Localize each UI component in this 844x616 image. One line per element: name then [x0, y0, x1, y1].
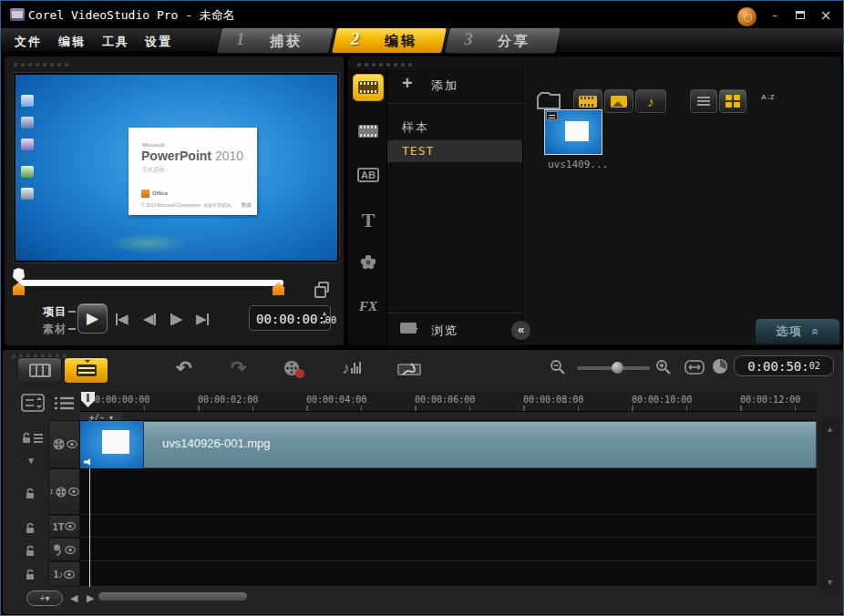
collapse-nav-button[interactable]: «	[511, 321, 530, 340]
tab-capture-label: 捕获	[270, 33, 303, 50]
corel-guide-icon[interactable]	[737, 7, 757, 26]
ruler-label: 00:00:02:00	[198, 395, 258, 405]
tab-capture[interactable]: 1 捕获	[220, 28, 331, 53]
category-filter-button[interactable]: FX	[354, 293, 383, 319]
timeline-video-clip[interactable]: uvs140926-001.mpg	[80, 421, 817, 468]
clip-thumbnail-image	[102, 430, 129, 454]
timeline-horizontal-scrollbar[interactable]	[98, 592, 247, 601]
zoom-slider-handle[interactable]	[612, 362, 623, 374]
desktop-wallpaper-glow	[107, 233, 189, 253]
undo-button[interactable]: ↶	[176, 357, 192, 379]
scroll-up-arrow[interactable]: ▲	[826, 425, 834, 434]
maximize-button[interactable]	[790, 8, 810, 23]
overlay-track-row[interactable]	[80, 468, 817, 515]
record-capture-button[interactable]	[282, 359, 307, 385]
timeline-zoom-slider[interactable]	[577, 366, 650, 370]
zoom-out-button[interactable]	[550, 359, 566, 379]
voice-track-lock-icon[interactable]	[25, 545, 36, 557]
video-track-header[interactable]	[48, 420, 80, 468]
zoom-in-button[interactable]	[655, 359, 672, 379]
music-track-lock-icon[interactable]	[25, 569, 36, 580]
menu-settings[interactable]: 设置	[145, 34, 172, 50]
category-instant-project-button[interactable]	[354, 118, 383, 144]
tab-share-number: 3	[464, 29, 473, 49]
track-manager-icon[interactable]	[21, 394, 45, 412]
scrubber-track[interactable]	[19, 280, 283, 286]
play-button[interactable]: ▶	[77, 303, 108, 334]
category-title-button[interactable]: T	[354, 208, 383, 233]
ruler-label: 00:00:06:00	[415, 395, 475, 405]
auto-music-button[interactable]	[396, 360, 422, 382]
list-view-icon	[697, 97, 710, 106]
timecode-frames: 00	[325, 315, 336, 325]
sort-button[interactable]: A↓Z	[761, 93, 777, 109]
project-duration-button[interactable]	[712, 358, 728, 378]
music-track-icon: 1♪	[54, 570, 64, 580]
menu-edit[interactable]: 编辑	[58, 34, 86, 50]
transition-ab-icon: AB	[357, 168, 379, 182]
import-folder-icon[interactable]	[537, 91, 561, 109]
project-mode-label[interactable]: 项目	[43, 304, 67, 320]
next-frame-button[interactable]: ▶	[170, 310, 183, 328]
filter-audio-button[interactable]: ♪	[635, 89, 666, 113]
timecode-down-arrow[interactable]: ▼	[323, 320, 326, 326]
preview-timecode[interactable]: 00:00:00:00 ▲ ▼	[249, 305, 331, 331]
tab-edit[interactable]: 2 编辑	[335, 28, 444, 53]
storyboard-view-button[interactable]	[17, 357, 62, 384]
clip-mode-label[interactable]: 素材	[43, 322, 67, 337]
tab-share[interactable]: 3 分享	[448, 28, 558, 53]
go-to-start-button[interactable]: ◀	[116, 310, 129, 328]
overlay-track-header[interactable]: 1	[48, 468, 80, 515]
thumbnail-view-button[interactable]	[719, 89, 746, 113]
music-track-row[interactable]	[80, 561, 817, 587]
menu-file[interactable]: 文件	[15, 34, 42, 50]
swap-tracks-button[interactable]: +▾	[26, 590, 63, 606]
ripple-edit-all-toggle[interactable]	[21, 432, 43, 444]
browse-row[interactable]: 浏览	[387, 313, 522, 345]
clip-filename: uvs140926-001.mpg	[162, 436, 271, 450]
fit-to-window-icon	[684, 360, 705, 375]
options-button[interactable]: 选项 «	[756, 319, 839, 344]
library-clip-thumbnail[interactable]	[544, 109, 602, 155]
overlay-track-lock-icon[interactable]	[25, 488, 36, 499]
nav-item-test[interactable]: TEST	[387, 140, 522, 162]
app-window: Corel VideoStudio Pro - 未命名 – × 文件 编辑 工具…	[0, 0, 844, 616]
category-graphic-button[interactable]	[354, 250, 383, 275]
timeline-vertical-scrollbar[interactable]: ▲ ▼	[820, 419, 840, 592]
voice-track-header[interactable]	[48, 538, 80, 561]
category-media-button[interactable]	[354, 75, 383, 100]
enlarge-preview-icon[interactable]	[318, 282, 329, 293]
redo-button[interactable]: ↷	[231, 357, 247, 379]
scroll-left-arrow[interactable]: ◀	[70, 592, 77, 604]
nav-item-sample[interactable]: 样本	[387, 117, 522, 139]
timeline-ruler[interactable]: 00:00:00:00 00:00:02:00 00:00:04:00 00:0…	[80, 392, 817, 412]
speaker-icon	[84, 458, 93, 466]
go-to-end-button[interactable]: ▶	[196, 310, 209, 328]
category-transition-button[interactable]: AB	[354, 162, 383, 188]
sound-mixer-button[interactable]: ♪	[342, 359, 361, 378]
preview-panel: Microsoft PowerPoint 2010 正在启动... Office…	[5, 56, 344, 345]
filter-photos-button[interactable]	[604, 89, 633, 113]
title-track-icon: 1T	[53, 521, 65, 532]
expand-arrow-icon[interactable]: ▼	[26, 456, 36, 466]
scroll-right-arrow[interactable]: ▶	[87, 592, 94, 604]
timeline-view-button[interactable]	[64, 357, 108, 384]
close-button[interactable]: ×	[816, 8, 836, 23]
music-track-header[interactable]: 1♪	[48, 561, 80, 587]
add-folder-row[interactable]: + 添加	[387, 69, 522, 104]
show-all-tracks-icon[interactable]	[54, 395, 76, 411]
eye-icon	[68, 488, 79, 496]
voice-track-row[interactable]	[80, 538, 817, 561]
scroll-down-arrow[interactable]: ▼	[826, 578, 834, 587]
list-view-button[interactable]	[690, 89, 717, 113]
title-track-lock-icon[interactable]	[25, 522, 36, 534]
eye-icon	[65, 522, 76, 530]
timecode-up-arrow[interactable]: ▲	[323, 311, 326, 317]
title-track-row[interactable]	[80, 515, 817, 538]
title-track-header[interactable]: 1T	[48, 515, 80, 538]
previous-frame-button[interactable]: ◀	[143, 310, 156, 328]
minimize-button[interactable]: –	[765, 8, 785, 23]
fit-project-button[interactable]	[684, 360, 705, 378]
desktop-icon	[21, 188, 34, 200]
menu-tools[interactable]: 工具	[102, 34, 129, 50]
